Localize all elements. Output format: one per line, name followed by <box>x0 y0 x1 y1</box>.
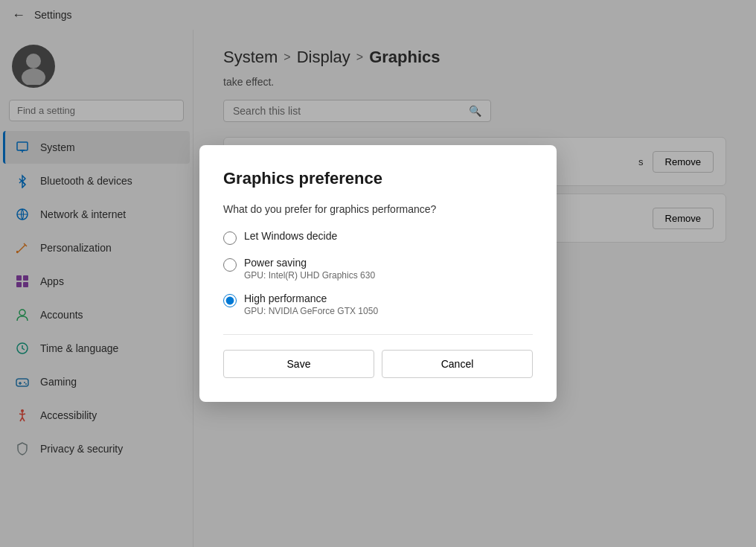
radio-label-group-power-saving: Power saving GPU: Intel(R) UHD Graphics … <box>244 257 375 281</box>
modal-title: Graphics preference <box>223 169 533 188</box>
graphics-preference-modal: Graphics preference What do you prefer f… <box>199 145 557 402</box>
radio-windows-decide[interactable] <box>223 231 237 245</box>
radio-option-high-performance[interactable]: High performance GPU: NVIDIA GeForce GTX… <box>223 292 533 316</box>
radio-label-group-windows-decide: Let Windows decide <box>244 230 337 242</box>
radio-sublabel-power-saving: GPU: Intel(R) UHD Graphics 630 <box>244 270 375 281</box>
radio-label-power-saving: Power saving <box>244 257 375 269</box>
radio-label-high-performance: High performance <box>244 292 378 304</box>
modal-options: Let Windows decide Power saving GPU: Int… <box>223 230 533 316</box>
save-button[interactable]: Save <box>223 350 374 378</box>
radio-label-group-high-performance: High performance GPU: NVIDIA GeForce GTX… <box>244 292 378 316</box>
cancel-button[interactable]: Cancel <box>382 350 533 378</box>
modal-overlay: Graphics preference What do you prefer f… <box>0 0 756 547</box>
radio-high-performance[interactable] <box>223 294 237 307</box>
radio-power-saving[interactable] <box>223 258 237 272</box>
modal-question: What do you prefer for graphics performa… <box>223 203 533 215</box>
radio-option-windows-decide[interactable]: Let Windows decide <box>223 230 533 245</box>
modal-footer: Save Cancel <box>223 334 533 378</box>
radio-label-windows-decide: Let Windows decide <box>244 230 337 242</box>
radio-sublabel-high-performance: GPU: NVIDIA GeForce GTX 1050 <box>244 306 378 316</box>
radio-option-power-saving[interactable]: Power saving GPU: Intel(R) UHD Graphics … <box>223 257 533 281</box>
